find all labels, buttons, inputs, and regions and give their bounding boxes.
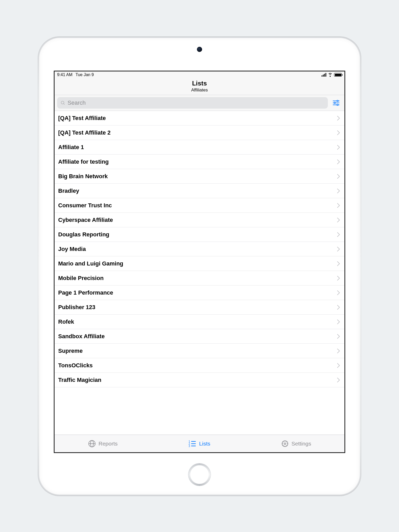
status-date: Tue Jan 9 xyxy=(76,72,94,77)
list-item[interactable]: Rofek xyxy=(55,315,344,329)
list-item[interactable]: Big Brain Network xyxy=(55,169,344,184)
page-subtitle: Affiliates xyxy=(55,88,344,93)
tab-lists-label: Lists xyxy=(199,441,210,447)
list-item-label: Supreme xyxy=(58,348,337,354)
list-item[interactable]: [QA] Test Affiliate xyxy=(55,111,344,125)
chevron-right-icon xyxy=(337,290,340,295)
svg-line-23 xyxy=(283,441,284,442)
list-item[interactable]: Publisher 123 xyxy=(55,300,344,315)
list-item[interactable]: Sandbox Affiliate xyxy=(55,329,344,344)
svg-line-26 xyxy=(283,445,284,446)
list-item[interactable]: Consumer Trust Inc xyxy=(55,198,344,213)
search-row xyxy=(55,95,344,111)
list-item[interactable]: Mario and Luigi Gaming xyxy=(55,256,344,271)
list-item-label: Bradley xyxy=(58,188,337,194)
ipad-device-inner: 9:41 AM Tue Jan 9 Lists Affiliates xyxy=(39,38,360,495)
svg-point-7 xyxy=(337,104,338,105)
screen: 9:41 AM Tue Jan 9 Lists Affiliates xyxy=(54,71,345,453)
list-item-label: Big Brain Network xyxy=(58,173,337,180)
list-item[interactable]: [QA] Test Affiliate 2 xyxy=(55,125,344,140)
list-item-label: Traffic Magician xyxy=(58,377,337,383)
ipad-device-frame: 9:41 AM Tue Jan 9 Lists Affiliates xyxy=(38,36,361,496)
svg-line-24 xyxy=(287,445,287,446)
list-item-label: Rofek xyxy=(58,318,337,325)
chevron-right-icon xyxy=(337,116,340,121)
tab-settings-label: Settings xyxy=(291,441,311,447)
list-item-label: Mobile Precision xyxy=(58,275,337,282)
chevron-right-icon xyxy=(337,159,340,164)
chevron-right-icon xyxy=(337,247,340,252)
chevron-right-icon xyxy=(337,363,340,368)
svg-point-5 xyxy=(334,102,335,103)
list-item-label: Mario and Luigi Gaming xyxy=(58,260,337,267)
svg-text:3: 3 xyxy=(189,444,190,447)
status-bar: 9:41 AM Tue Jan 9 xyxy=(55,71,344,78)
tab-lists[interactable]: 1 2 3 Lists xyxy=(151,435,248,452)
list-item[interactable]: TonsOClicks xyxy=(55,358,344,373)
list-item-label: TonsOClicks xyxy=(58,362,337,369)
list-item-label: [QA] Test Affiliate xyxy=(58,115,337,122)
list-item[interactable]: Joy Media xyxy=(55,242,344,256)
nav-header: Lists Affiliates xyxy=(55,78,344,95)
chevron-right-icon xyxy=(337,305,340,310)
chevron-right-icon xyxy=(337,174,340,179)
svg-point-18 xyxy=(284,443,286,444)
battery-icon xyxy=(334,73,342,77)
svg-point-0 xyxy=(61,101,64,104)
list-item-label: Consumer Trust Inc xyxy=(58,202,337,209)
chevron-right-icon xyxy=(337,348,340,354)
home-button[interactable] xyxy=(188,463,211,486)
chevron-right-icon xyxy=(337,145,340,150)
list-item[interactable]: Affiliate for testing xyxy=(55,155,344,169)
tab-reports[interactable]: Reports xyxy=(55,435,151,452)
status-time: 9:41 AM xyxy=(57,72,72,77)
tab-settings[interactable]: Settings xyxy=(248,435,344,452)
list-item[interactable]: Supreme xyxy=(55,344,344,358)
chevron-right-icon xyxy=(337,261,340,266)
chevron-right-icon xyxy=(337,188,340,194)
page-title: Lists xyxy=(55,80,344,87)
list-item[interactable]: Cyberspace Affiliate xyxy=(55,213,344,227)
list-item-label: Affiliate for testing xyxy=(58,158,337,165)
list-item-label: Page 1 Performance xyxy=(58,289,337,296)
list-item-label: [QA] Test Affiliate 2 xyxy=(58,129,337,136)
chevron-right-icon xyxy=(337,319,340,324)
chevron-right-icon xyxy=(337,203,340,208)
search-field[interactable] xyxy=(57,97,328,109)
svg-line-1 xyxy=(64,104,65,105)
globe-icon xyxy=(88,440,96,448)
filter-button[interactable] xyxy=(330,97,342,109)
list-item[interactable]: Douglas Reporting xyxy=(55,227,344,242)
list-item[interactable]: Bradley xyxy=(55,184,344,198)
list-item[interactable]: Traffic Magician xyxy=(55,373,344,387)
list-item[interactable]: Mobile Precision xyxy=(55,271,344,285)
list-item-label: Publisher 123 xyxy=(58,304,337,311)
cell-signal-icon xyxy=(322,73,326,77)
chevron-right-icon xyxy=(337,130,340,135)
gear-icon xyxy=(281,440,289,448)
chevron-right-icon xyxy=(337,276,340,281)
svg-line-25 xyxy=(287,441,287,442)
list-item-label: Cyberspace Affiliate xyxy=(58,217,337,223)
search-icon xyxy=(60,100,65,105)
chevron-right-icon xyxy=(337,217,340,223)
list-item[interactable]: Page 1 Performance xyxy=(55,285,344,300)
sliders-icon xyxy=(333,100,340,106)
wifi-icon xyxy=(328,73,332,77)
affiliates-list[interactable]: [QA] Test Affiliate[QA] Test Affiliate 2… xyxy=(55,111,344,435)
list-item-label: Joy Media xyxy=(58,246,337,252)
tab-bar: Reports 1 2 3 Lists xyxy=(55,435,344,452)
svg-point-3 xyxy=(337,100,338,102)
list-item-label: Affiliate 1 xyxy=(58,144,337,151)
chevron-right-icon xyxy=(337,377,340,383)
chevron-right-icon xyxy=(337,334,340,339)
list-item-label: Douglas Reporting xyxy=(58,231,337,238)
front-camera xyxy=(197,47,202,52)
search-input[interactable] xyxy=(68,99,325,106)
list-icon: 1 2 3 xyxy=(189,440,196,448)
list-item-label: Sandbox Affiliate xyxy=(58,333,337,340)
tab-reports-label: Reports xyxy=(98,441,118,447)
chevron-right-icon xyxy=(337,232,340,237)
list-item[interactable]: Affiliate 1 xyxy=(55,140,344,155)
